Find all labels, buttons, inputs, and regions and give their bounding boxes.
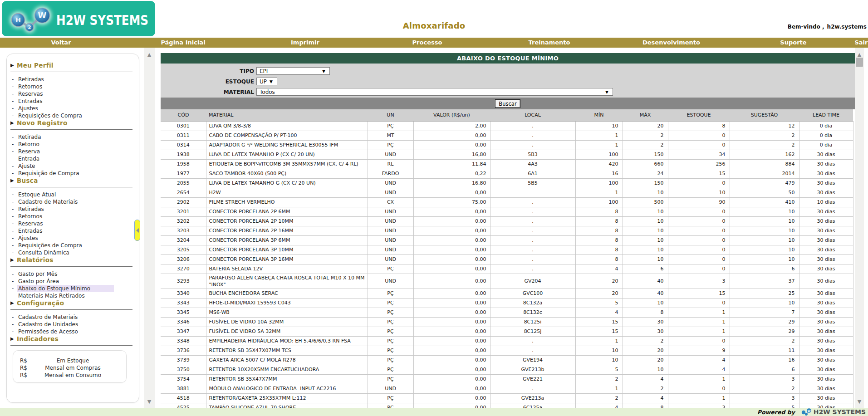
sidebar-item-ajustes[interactable]: -Ajustes [7,105,139,112]
sidebar-item-entradas[interactable]: -Entradas [7,227,139,235]
content-scrollbar[interactable]: ▲ ▼ [855,48,864,408]
scroll-down-icon[interactable]: ▼ [855,399,864,405]
estoque-select[interactable]: UP ▼ [256,78,277,85]
sidebar-item-retirada[interactable]: -Retirada [7,133,139,141]
table-row[interactable]: 3754RETENTOR SB 35X47X7MMPÇ0,00GVE221241… [161,374,853,384]
sidebar-item-requisicoes-de-compra[interactable]: -Requisições de Compra [7,242,139,249]
table-row[interactable]: 3203CONECTOR PORCELANA 2P 16MMUND0,00.81… [161,226,853,235]
table-row[interactable]: 3343HFOE-D-MIDI/MAXI 159593 C043PÇ0,008C… [161,298,853,308]
table-row[interactable]: 3739GAXETA ARCA 5007 C/ MOLA R278PÇ0,00G… [161,355,853,365]
sidebar-item-reservas[interactable]: -Reservas [7,90,139,98]
table-row[interactable]: 2654H2WUND0,00110-105030 dias [161,188,853,197]
table-row[interactable]: 3202CONECTOR PORCELANA 2P 10MMUND0,00.81… [161,216,853,226]
table-row[interactable]: 3340BUCHA ENCHEDORA SERACPÇ0,00GVC100204… [161,289,853,298]
sidebar-section-busca[interactable]: ▶Busca [7,177,139,184]
sidebar-item-estoque-atual[interactable]: -Estoque Atual [7,191,139,198]
sidebar-item-consulta-dinamica[interactable]: -Consulta Dinâmica [7,249,139,256]
sidebar-item-reserva[interactable]: -Reserva [7,148,139,155]
sidebar-section-indicadores[interactable]: ▶Indicadores [7,335,139,343]
table-cell: 29 [730,327,799,336]
nav-item-pagina-inicial[interactable]: Página Inicial [122,38,244,48]
table-row[interactable]: 3201CONECTOR PORCELANA 2P 6MMUND0,00.810… [161,207,853,216]
table-row[interactable]: 3293PARAFUSO ALLEN CABEÇA CHATA ROSCA TO… [161,274,853,289]
footer-brand[interactable]: W H2W SYSTEMS [800,408,867,416]
sidebar-item-cadastro-de-materiais[interactable]: -Cadastro de Materiais [7,198,139,206]
table-cell: 6C125a [490,403,575,408]
table-cell: EMPILHADEIRA HIDRÁULICA MOD: EH 5.4/6/6/… [206,336,368,346]
table-row[interactable]: 3346FUSÍVEL DE VIDRO 10A 32MMPÇ0,008C125… [161,317,853,327]
table-row[interactable]: 4518RETENTOR/GAXETA 25X35X7MM L:112PÇ0,0… [161,393,853,403]
sidebar-item-cadastro-de-unidades[interactable]: -Cadastro de Unidades [7,321,139,328]
table-cell: . [490,216,575,226]
sidebar-item-permissoes-de-acesso[interactable]: -Permissões de Acesso [7,328,139,335]
sidebar-item-retornos[interactable]: -Retornos [7,83,139,90]
table-row[interactable]: 3347FUSÍVEL DE VIDRO 5A 32MMPÇ0,008C125j… [161,327,853,336]
table-row[interactable]: 3750RETENTOR 10X20X5MM ENCARTUCHADORAPÇ0… [161,365,853,374]
dash-icon: - [12,321,17,328]
scroll-up-icon[interactable]: ▲ [855,52,864,58]
sidebar-item-gasto-por-area[interactable]: -Gasto por Área [7,278,139,285]
table-row[interactable]: 3204CONECTOR PORCELANA 3P 6MMUND0,00.810… [161,235,853,245]
table-row[interactable]: 1958ETIQUETA DE BOPP-VITCOMB 3M 35MMX57M… [161,159,853,169]
table-cell: LUVA DE LATEX TAMANHO P (CX C/ 20 UN) [206,150,368,159]
table-row[interactable]: 0311CABO DE COMPENSAÇÃO P/ PT-100MT0,00.… [161,131,853,140]
sidebar-item-retorno[interactable]: -Retorno [7,141,139,148]
sidebar-item-reservas[interactable]: -Reservas [7,220,139,227]
table-row[interactable]: 3345MS6-WBPÇ0,008C132c481730 dias [161,308,853,317]
scroll-down-icon[interactable]: ▼ [144,399,155,405]
table-row[interactable]: 3881MÓDULO ANALOGICO DE ENTRADA -INPUT A… [161,384,853,393]
table-row[interactable]: 1938LUVA DE LATEX TAMANHO P (CX C/ 20 UN… [161,150,853,159]
table-row[interactable]: 3205CONECTOR PORCELANA 3P 10MMUND0,00.81… [161,245,853,254]
sidebar-item-requisicoes-de-compra[interactable]: -Requisições de Compra [7,112,139,119]
table-row[interactable]: 3270BATERIA SELADA 12VPÇ0,00.460630 dias [161,264,853,274]
table-row[interactable]: 2902FILME STRECH VERMELHOCX75,00.1005009… [161,197,853,207]
table-row[interactable]: 3736RETENTOR SB 35X47X07MM TCSPÇ0,00.102… [161,346,853,355]
sidebar-scrollbar[interactable]: ▲ ▼ [144,48,155,408]
sidebar-section-meu-perfil[interactable]: ▶Meu Perfil [7,62,139,69]
table-row[interactable]: 3348EMPILHADEIRA HIDRÁULICA MOD: EH 5.4/… [161,336,853,346]
sidebar-item-retiradas[interactable]: -Retiradas [7,76,139,83]
table-cell: 10 [623,245,668,254]
section-arrow-icon: ▶ [10,119,17,127]
scroll-up-icon[interactable]: ▲ [144,52,155,58]
sidebar-item-ajuste[interactable]: -Ajuste [7,162,139,170]
nav-item-sair[interactable]: Sair [854,38,868,48]
sidebar-item-label: Cadastro de Materiais [17,313,79,321]
sidebar-item-entrada[interactable]: -Entrada [7,155,139,162]
nav-item-processo[interactable]: Processo [366,38,488,48]
sidebar-item-cadastro-de-materiais[interactable]: -Cadastro de Materiais [7,313,139,321]
table-row[interactable]: 0301LUVA QM 3/8-3/8PÇ2,00.10208120 dia [161,121,853,131]
nav-item-desenvolvimento[interactable]: Desenvolvimento [610,38,732,48]
svg-text:W: W [38,11,47,20]
nav-item-voltar[interactable]: Voltar [0,38,122,48]
scrollbar-thumb[interactable] [856,58,863,67]
table-row[interactable]: 3206CONECTOR PORCELANA 3P 16MMUND0,00.81… [161,254,853,264]
sidebar-item-requisicao-de-compra[interactable]: -Requisição de Compra [7,170,139,177]
nav-item-suporte[interactable]: Suporte [732,38,854,48]
column-header-un: UN [368,109,413,121]
nav-item-treinamento[interactable]: Treinamento [488,38,610,48]
h2w-logo[interactable]: H 2 W H2W SYSTEMS [2,1,155,36]
table-row[interactable]: 4525TAMPÃO SILICONE AZUL 70 SHOREPÇ0,006… [161,403,853,408]
sidebar-collapse-handle[interactable] [134,220,140,241]
table-cell: PÇ [368,317,413,327]
table-row[interactable]: 1977SACO TAMBOR 40X60 (500 PÇ)FARDO0,226… [161,169,853,178]
nav-item-imprimir[interactable]: Imprimir [244,38,366,48]
sidebar-item-ajustes[interactable]: -Ajustes [7,235,139,242]
table-row[interactable]: 2055LUVA DE LATEX TAMANHO G (CX C/ 20 UN… [161,178,853,188]
sidebar-item-retornos[interactable]: -Retornos [7,213,139,220]
table-row[interactable]: 0314ADAPTADOR G ¹/² WELDING SPHERICAL E3… [161,140,853,150]
sidebar-section-novo-registro[interactable]: ▶Novo Registro [7,119,139,127]
sidebar-item-retiradas[interactable]: -Retiradas [7,206,139,213]
sidebar-item-materiais-mais-retirados[interactable]: -Materiais Mais Retirados [7,292,139,299]
table-cell: 2 [730,140,799,150]
material-select[interactable]: Todos ▼ [256,88,613,96]
table-cell: . [490,254,575,264]
tipo-select[interactable]: EPI ▼ [256,67,330,75]
sidebar-section-relatorios[interactable]: ▶Relatórios [7,256,139,264]
sidebar-item-abaixo-do-estoque-minimo[interactable]: -Abaixo do Estoque Mínimo [7,285,139,292]
sidebar-section-configuracao[interactable]: ▶Configuração [7,299,139,307]
sidebar-item-gasto-por-mes[interactable]: -Gasto por Mês [7,270,139,278]
buscar-button[interactable]: Buscar [495,99,520,108]
sidebar-item-entradas[interactable]: -Entradas [7,98,139,105]
